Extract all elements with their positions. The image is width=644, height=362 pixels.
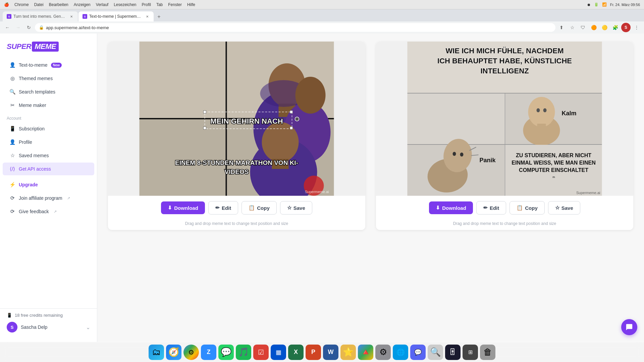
meme1-edit-button[interactable]: ✏ Edit <box>208 201 238 215</box>
profil-menu[interactable]: Profil <box>142 2 151 7</box>
meme2-download-button[interactable]: ⬇ Download <box>429 201 473 214</box>
meme2-save-button[interactable]: ☆ Save <box>548 201 580 215</box>
chrome-tab-1[interactable]: S Turn text into memes. Genera... ✕ <box>3 11 78 21</box>
forward-button[interactable]: → <box>13 23 23 32</box>
dock-trello[interactable]: ▦ <box>271 345 286 360</box>
lesezeichen-menu[interactable]: Lesezeichen <box>114 2 136 7</box>
tab-menu[interactable]: Tab <box>156 2 163 7</box>
copy-icon: 📋 <box>249 205 255 211</box>
dock-powerpoint[interactable]: P <box>306 345 321 360</box>
credits-text: 18 free credits remaining <box>15 313 63 318</box>
chrome-tab-2[interactable]: S Text-to-meme | Supermeme.ai ✕ <box>78 11 154 21</box>
svg-point-43 <box>453 152 456 156</box>
meme2-copy-label: Copy <box>525 205 538 211</box>
meme1-hint: Drag and drop meme text to change text p… <box>108 220 365 230</box>
profile-icon: 👤 <box>9 139 15 145</box>
back-button[interactable]: ← <box>3 23 12 32</box>
chrome-menu-button[interactable]: ⋮ <box>632 23 641 32</box>
tab1-close[interactable]: ✕ <box>69 14 74 19</box>
fenster-menu[interactable]: Fenster <box>168 2 182 7</box>
meme-card-2: WIE ICH MICH FÜHLE, NACHDEM ICH BEHAUPTE… <box>376 42 633 230</box>
user-profile-row[interactable]: S Sascha Delp ⌄ <box>7 322 90 333</box>
sidebar-item-label: Search templates <box>19 89 55 95</box>
todoist-icon: ☑ <box>258 348 264 356</box>
sidebar-item-saved-memes[interactable]: ☆ Saved memes <box>3 149 94 162</box>
account-section-label: Account <box>0 112 97 122</box>
meme2-image-area[interactable]: WIE ICH MICH FÜHLE, NACHDEM ICH BEHAUPTE… <box>376 42 633 196</box>
meme2-copy-button[interactable]: 📋 Copy <box>509 201 545 215</box>
zoom-icon: Z <box>207 349 211 356</box>
dock-system-preferences[interactable]: ⚙ <box>375 345 391 360</box>
dock-todoist[interactable]: ☑ <box>253 345 269 360</box>
meme1-edit-label: Edit <box>222 205 231 211</box>
battery-icon: 🔋 <box>594 2 599 7</box>
memes-grid: MEIN GEHIRN NACH EINEM 8-STUNDEN-MARATHO… <box>108 42 633 230</box>
dock-reeder[interactable]: ⭐ <box>340 345 356 360</box>
browser-icon: 🌐 <box>396 348 405 356</box>
meme2-edit-button[interactable]: ✏ Edit <box>476 201 506 215</box>
dock-mission-control[interactable]: ⊞ <box>463 345 478 360</box>
svg-rect-32 <box>408 94 505 144</box>
svg-text:ICH BEHAUPTET HABE, KÜNSTLICHE: ICH BEHAUPTET HABE, KÜNSTLICHE <box>437 57 572 65</box>
chrome-profile-button[interactable]: S <box>621 23 631 32</box>
svg-point-35 <box>528 97 555 127</box>
meme1-copy-button[interactable]: 📋 Copy <box>241 201 277 215</box>
dock-alfred[interactable]: 🔍 <box>428 345 443 360</box>
bookmark-button[interactable]: ☆ <box>568 23 577 32</box>
dock-whatsapp[interactable]: 💬 <box>218 345 234 360</box>
reload-button[interactable]: ↻ <box>24 23 34 32</box>
mac-status-bar: ⏺ 🔋 📶 Fr. 24. März 09:56 <box>587 2 640 7</box>
sound-icon: 🎚 <box>448 347 457 357</box>
share-button[interactable]: ⬆ <box>557 23 566 32</box>
tab2-close[interactable]: ✕ <box>145 14 150 19</box>
dock-excel[interactable]: X <box>288 345 304 360</box>
dock-discord[interactable]: 💬 <box>410 345 426 360</box>
dock-zoom[interactable]: Z <box>201 345 216 360</box>
dock-browser2[interactable]: 🌐 <box>393 345 408 360</box>
anzeigen-menu[interactable]: Anzeigen <box>74 2 91 7</box>
apple-menu[interactable]: 🍎 <box>4 2 9 7</box>
sidebar-item-get-api-access[interactable]: ⟨/⟩ Get API access <box>3 163 94 175</box>
meme2-hint: Drag and drop meme text to change text p… <box>376 220 633 230</box>
tab1-favicon: S <box>7 14 11 19</box>
svg-text:EINEM 8-STUNDEN-MARATHON VON K: EINEM 8-STUNDEN-MARATHON VON KI- <box>175 159 298 166</box>
sidebar-item-search-templates[interactable]: 🔍 Search templates <box>3 85 94 98</box>
dock-sound[interactable]: 🎚 <box>445 345 461 360</box>
verlauf-menu[interactable]: Verlauf <box>96 2 108 7</box>
wifi-icon: 📶 <box>602 2 607 7</box>
address-bar[interactable]: 🔒 app.supermeme.ai/text-to-meme <box>35 23 555 32</box>
chrome-menu[interactable]: Chrome <box>14 2 29 7</box>
datei-menu[interactable]: Datei <box>34 2 44 7</box>
extensions-button[interactable]: 🧩 <box>610 23 620 32</box>
svg-text:COMPUTER EINSCHALTET: COMPUTER EINSCHALTET <box>519 167 588 173</box>
dock-spotify[interactable]: 🎵 <box>236 345 251 360</box>
sidebar-item-themed-memes[interactable]: ◎ Themed memes <box>3 72 94 85</box>
sidebar-item-meme-maker[interactable]: ✂ Meme maker <box>3 99 94 112</box>
bearbeiten-menu[interactable]: Bearbeiten <box>49 2 68 7</box>
tab1-label: Turn text into memes. Genera... <box>13 14 67 19</box>
sidebar-item-subscription[interactable]: 📱 Subscription <box>3 122 94 135</box>
user-name: Sascha Delp <box>21 324 47 330</box>
dock-word[interactable]: W <box>323 345 338 360</box>
credits-row: 📱 18 free credits remaining <box>7 313 90 318</box>
dock-chrome[interactable]: ⚙ <box>183 345 199 360</box>
dock-trash[interactable]: 🗑 <box>480 345 495 360</box>
dock-gdrive[interactable]: 🔺 <box>358 345 373 360</box>
sidebar-item-join-affiliate[interactable]: ⟳ Join affiliate program ↗ <box>3 192 94 204</box>
dock-finder[interactable]: 🗂 <box>149 345 164 360</box>
hilfe-menu[interactable]: Hilfe <box>187 2 195 7</box>
new-tab-button[interactable]: + <box>154 12 164 21</box>
discord-icon: 💬 <box>414 349 422 356</box>
sidebar-item-profile[interactable]: 👤 Profile <box>3 136 94 148</box>
chat-fab-button[interactable] <box>621 319 637 335</box>
save-icon2: ☆ <box>555 205 559 211</box>
spotify-icon: 🎵 <box>238 347 249 357</box>
tab2-favicon: S <box>83 14 87 19</box>
meme1-save-button[interactable]: ☆ Save <box>280 201 312 215</box>
sidebar-item-give-feedback[interactable]: ⟳ Give feedback ↗ <box>3 205 94 218</box>
dock-safari[interactable]: 🧭 <box>166 345 181 360</box>
sidebar-item-text-to-meme[interactable]: 👤 Text-to-meme New <box>3 59 94 71</box>
meme1-download-button[interactable]: ⬇ Download <box>161 201 205 214</box>
sidebar-item-upgrade[interactable]: ⚡ Upgrade <box>3 178 94 191</box>
meme1-image-area[interactable]: MEIN GEHIRN NACH EINEM 8-STUNDEN-MARATHO… <box>108 42 365 196</box>
